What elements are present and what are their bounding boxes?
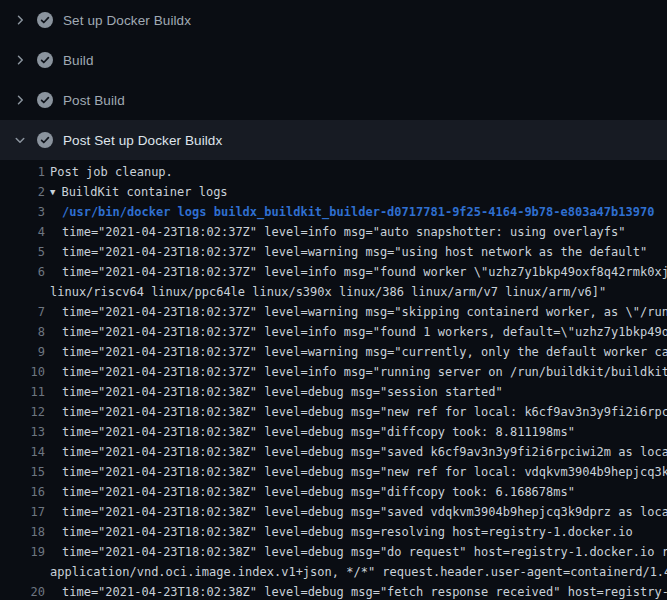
log-line: 18 time="2021-04-23T18:02:38Z" level=deb…: [0, 522, 667, 542]
log-line-number: 4: [0, 222, 45, 242]
log-line-text: /usr/bin/docker logs buildx_buildkit_bui…: [50, 202, 654, 222]
log-line-number: [0, 562, 45, 582]
log-line-text: time="2021-04-23T18:02:38Z" level=debug …: [50, 402, 667, 422]
log-line-number: 8: [0, 322, 45, 342]
log-line: 9 time="2021-04-23T18:02:37Z" level=warn…: [0, 342, 667, 362]
step-row-post-set-up-docker-buildx[interactable]: Post Set up Docker Buildx: [0, 120, 667, 160]
log-line: 8 time="2021-04-23T18:02:37Z" level=info…: [0, 322, 667, 342]
step-title: Set up Docker Buildx: [63, 13, 191, 28]
log-line-number: 5: [0, 242, 45, 262]
log-line: 1 Post job cleanup.: [0, 162, 667, 182]
step-title: Build: [63, 53, 94, 68]
log-line: 5 time="2021-04-23T18:02:37Z" level=warn…: [0, 242, 667, 262]
log-line: 15 time="2021-04-23T18:02:38Z" level=deb…: [0, 462, 667, 482]
log-line-text: time="2021-04-23T18:02:37Z" level=info m…: [50, 222, 626, 242]
log-line-number: 12: [0, 402, 45, 422]
log-line-text: time="2021-04-23T18:02:38Z" level=debug …: [50, 382, 503, 402]
log-line: linux/riscv64 linux/ppc64le linux/s390x …: [0, 282, 667, 302]
log-line-number: 17: [0, 502, 45, 522]
log-line: 16 time="2021-04-23T18:02:38Z" level=deb…: [0, 482, 667, 502]
log-line-text: time="2021-04-23T18:02:38Z" level=debug …: [50, 462, 667, 482]
step-row-build[interactable]: Build: [0, 40, 667, 80]
log-line: 7 time="2021-04-23T18:02:37Z" level=warn…: [0, 302, 667, 322]
log-area: 1 Post job cleanup. 2 ▼BuildKit containe…: [0, 160, 667, 600]
log-line-text: time="2021-04-23T18:02:37Z" level=warnin…: [50, 342, 667, 362]
chevron-right-icon[interactable]: [12, 12, 28, 28]
log-line-number: [0, 282, 45, 302]
log-line-number: 18: [0, 522, 45, 542]
log-line-number: 2: [0, 182, 45, 202]
log-line: 13 time="2021-04-23T18:02:38Z" level=deb…: [0, 422, 667, 442]
log-line-number: 10: [0, 362, 45, 382]
log-line: 17 time="2021-04-23T18:02:38Z" level=deb…: [0, 502, 667, 522]
log-line-number: 1: [0, 162, 45, 182]
actions-log-viewer: Set up Docker Buildx Build Post Build: [0, 0, 667, 600]
log-line-text: linux/riscv64 linux/ppc64le linux/s390x …: [50, 282, 606, 302]
log-line-text: time="2021-04-23T18:02:38Z" level=debug …: [50, 522, 633, 542]
group-label: BuildKit container logs: [61, 185, 227, 199]
chevron-right-icon[interactable]: [12, 52, 28, 68]
log-line-number: 3: [0, 202, 45, 222]
log-line: 14 time="2021-04-23T18:02:38Z" level=deb…: [0, 442, 667, 462]
log-line-text: time="2021-04-23T18:02:38Z" level=debug …: [50, 542, 667, 562]
log-line-number: 16: [0, 482, 45, 502]
log-line-text: application/vnd.oci.image.index.v1+json,…: [50, 562, 667, 582]
log-line-number: 13: [0, 422, 45, 442]
log-line: 20 time="2021-04-23T18:02:38Z" level=deb…: [0, 582, 667, 600]
check-circle-icon: [37, 52, 53, 68]
check-circle-icon: [37, 12, 53, 28]
log-line-number: 9: [0, 342, 45, 362]
log-line-number: 19: [0, 542, 45, 562]
log-line-text: time="2021-04-23T18:02:37Z" level=info m…: [50, 322, 667, 342]
log-line-text: time="2021-04-23T18:02:38Z" level=debug …: [50, 442, 667, 462]
log-line-text: time="2021-04-23T18:02:37Z" level=info m…: [50, 262, 667, 282]
log-line-text: ▼BuildKit container logs: [50, 182, 228, 202]
steps-list: Set up Docker Buildx Build Post Build: [0, 0, 667, 160]
log-line-text: time="2021-04-23T18:02:37Z" level=warnin…: [50, 242, 647, 262]
log-line-text: time="2021-04-23T18:02:38Z" level=debug …: [50, 422, 575, 442]
log-line: 10 time="2021-04-23T18:02:37Z" level=inf…: [0, 362, 667, 382]
log-line: 3 /usr/bin/docker logs buildx_buildkit_b…: [0, 202, 667, 222]
step-row-post-build[interactable]: Post Build: [0, 80, 667, 120]
check-circle-icon: [37, 132, 53, 148]
log-line-text: time="2021-04-23T18:02:37Z" level=info m…: [50, 362, 667, 382]
log-line-text: time="2021-04-23T18:02:38Z" level=debug …: [50, 582, 667, 600]
log-line: 12 time="2021-04-23T18:02:38Z" level=deb…: [0, 402, 667, 422]
log-line-number: 6: [0, 262, 45, 282]
log-line-number: 14: [0, 442, 45, 462]
log-line-text: time="2021-04-23T18:02:38Z" level=debug …: [50, 482, 575, 502]
step-title: Post Build: [63, 93, 125, 108]
log-line-number: 7: [0, 302, 45, 322]
log-line: application/vnd.oci.image.index.v1+json,…: [0, 562, 667, 582]
log-line-number: 11: [0, 382, 45, 402]
log-line: 4 time="2021-04-23T18:02:37Z" level=info…: [0, 222, 667, 242]
step-row-set-up-docker-buildx[interactable]: Set up Docker Buildx: [0, 0, 667, 40]
log-line: 11 time="2021-04-23T18:02:38Z" level=deb…: [0, 382, 667, 402]
log-line: 2 ▼BuildKit container logs: [0, 182, 667, 202]
log-line-number: 15: [0, 462, 45, 482]
chevron-down-icon[interactable]: [12, 132, 28, 148]
log-line: 6 time="2021-04-23T18:02:37Z" level=info…: [0, 262, 667, 282]
log-line: 19 time="2021-04-23T18:02:38Z" level=deb…: [0, 542, 667, 562]
check-circle-icon: [37, 92, 53, 108]
chevron-right-icon[interactable]: [12, 92, 28, 108]
log-line-number: 20: [0, 582, 45, 600]
log-line-text: time="2021-04-23T18:02:37Z" level=warnin…: [50, 302, 667, 322]
log-line-text: time="2021-04-23T18:02:38Z" level=debug …: [50, 502, 667, 522]
log-line-text: Post job cleanup.: [50, 162, 173, 182]
group-toggle-icon[interactable]: ▼: [50, 182, 55, 202]
step-title: Post Set up Docker Buildx: [63, 133, 222, 148]
